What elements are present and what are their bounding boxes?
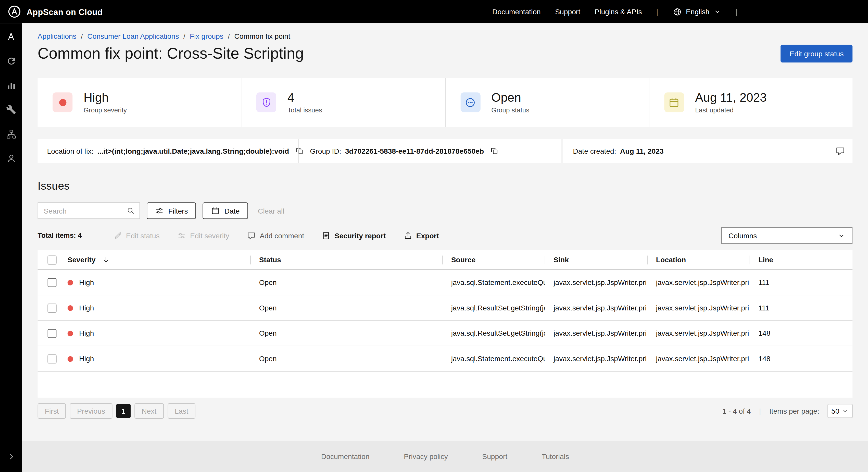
date-created-label: Date created: [573,147,616,155]
location-of-fix-label: Location of fix: [47,147,93,155]
breadcrumb-separator: / [81,32,83,40]
export-button[interactable]: Export [404,231,439,240]
page-footer: Documentation Privacy policy Support Tut… [22,441,868,472]
shield-alert-icon [261,97,272,108]
footer-tutorials[interactable]: Tutorials [542,452,569,461]
chevron-right-icon [6,451,16,461]
footer-documentation[interactable]: Documentation [321,452,370,461]
sidebar-item-tools[interactable] [0,97,22,122]
edit-severity-button[interactable]: Edit severity [177,231,229,240]
calendar-tile [664,92,684,112]
export-icon [404,231,412,240]
copy-group-id-button[interactable] [490,146,499,156]
footer-privacy-policy[interactable]: Privacy policy [404,452,447,461]
chevron-down-icon [713,8,721,15]
header-line[interactable]: Line [750,250,852,269]
issues-toolbar: Total items: 4 Edit status Edit sever [38,227,853,244]
columns-dropdown-label: Columns [728,231,757,240]
table-row[interactable]: High Open java.sql.ResultSet.getString(j… [38,295,853,321]
sidebar-item-applications[interactable] [0,24,22,48]
search-box [38,202,140,219]
row-severity: High [79,304,94,312]
sidebar-item-scans[interactable] [0,49,22,73]
row-checkbox[interactable] [48,354,57,363]
date-created-card: Date created: Aug 11, 2023 [563,139,852,163]
row-sink: javax.servlet.jsp.JspWriter.pri [545,270,647,295]
group-status-label: Group status [491,106,529,114]
comment-icon [835,146,845,156]
top-nav: Documentation Support Plugins & APIs | E… [492,7,737,16]
status-icon [460,92,480,112]
copy-icon [490,146,499,156]
breadcrumb-separator: / [183,32,185,40]
sidebar-item-account[interactable] [0,146,22,170]
language-selector[interactable]: English [673,7,721,16]
edit-group-status-button[interactable]: Edit group status [781,45,852,62]
nav-divider: | [735,7,737,16]
row-checkbox[interactable] [48,329,57,338]
filters-button[interactable]: Filters [147,202,196,219]
group-status-card: Open Group status [445,78,649,127]
columns-dropdown[interactable]: Columns [721,227,852,244]
row-checkbox[interactable] [48,278,57,287]
previous-page-button[interactable]: Previous [70,403,112,419]
table-row[interactable]: High Open java.sql.ResultSet.getString(j… [38,321,853,346]
row-line: 148 [750,346,852,371]
search-input[interactable] [43,207,126,215]
header-sink[interactable]: Sink [545,250,647,269]
sidebar-item-reports[interactable] [0,73,22,97]
current-page-button[interactable]: 1 [116,404,130,418]
breadcrumb-separator: / [228,32,230,40]
row-source: java.sql.ResultSet.getString(ja [442,321,545,346]
header-source[interactable]: Source [442,250,545,269]
row-location: javax.servlet.jsp.JspWriter.pri [647,321,750,346]
nav-support[interactable]: Support [555,7,580,16]
issues-table: Severity Status Source Sink Location Lin… [38,250,853,398]
add-comment-button[interactable]: Add comment [247,231,304,240]
nav-documentation[interactable]: Documentation [492,7,541,16]
clear-all-link[interactable]: Clear all [258,207,284,215]
next-page-button[interactable]: Next [134,403,163,419]
info-bar: Location of fix: ...it>(int;long;java.ut… [38,139,853,163]
header-status[interactable]: Status [250,250,442,269]
last-page-button[interactable]: Last [167,403,196,419]
edit-status-button[interactable]: Edit status [113,231,160,240]
last-updated-value: Aug 11, 2023 [695,91,767,105]
security-report-button[interactable]: Security report [322,231,386,240]
header-severity[interactable]: Severity [60,250,250,269]
group-comments-button[interactable] [835,146,845,156]
location-of-fix-value: ...it>(int;long;java.util.Date;java.lang… [97,147,289,155]
breadcrumb-consumer-loan-applications[interactable]: Consumer Loan Applications [87,32,179,40]
bar-chart-icon [6,80,16,91]
security-report-label: Security report [335,231,386,240]
row-status: Open [250,295,442,321]
date-filter-label: Date [224,207,240,215]
sidebar-item-organization[interactable] [0,122,22,146]
chevron-down-icon [842,408,849,414]
date-created-value: Aug 11, 2023 [620,147,664,155]
sidebar-expand-toggle[interactable] [0,444,22,468]
breadcrumb-applications[interactable]: Applications [38,32,76,40]
high-severity-dot-icon [68,305,73,311]
select-all-checkbox[interactable] [48,256,57,264]
high-severity-dot-icon [59,99,66,106]
table-row[interactable]: High Open java.sql.Statement.executeQu j… [38,270,853,295]
date-filter-button[interactable]: Date [203,202,248,219]
row-source: java.sql.Statement.executeQu [442,270,545,295]
row-location: javax.servlet.jsp.JspWriter.pri [647,346,750,371]
filters-label: Filters [168,207,188,215]
nav-plugins-apis[interactable]: Plugins & APIs [595,7,642,16]
breadcrumb-fix-groups[interactable]: Fix groups [190,32,223,40]
table-row[interactable]: High Open java.sql.Statement.executeQu j… [38,346,853,372]
brand-home-link[interactable]: AppScan on Cloud [8,5,102,19]
row-checkbox[interactable] [48,303,57,312]
footer-support[interactable]: Support [482,452,507,461]
items-per-page-value: 50 [831,407,839,415]
first-page-button[interactable]: First [38,403,66,419]
issues-heading: Issues [38,180,853,193]
brand-name: AppScan on Cloud [27,7,102,16]
items-per-page-dropdown[interactable]: 50 [828,404,853,418]
header-location[interactable]: Location [647,250,750,269]
page-title: Common fix point: Cross-Site Scripting [38,45,304,62]
pagination: First Previous 1 Next Last 1 - 4 of 4 | … [38,403,853,419]
